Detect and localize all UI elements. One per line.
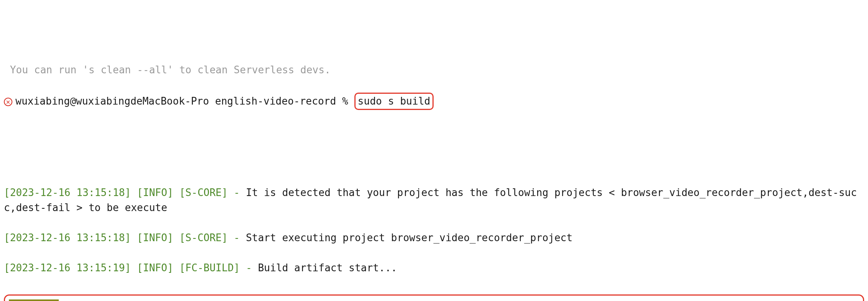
- log-message: Build artifact start...: [258, 262, 397, 274]
- prompt-line: ✕wuxiabing@wuxiabingdeMacBook-Pro englis…: [4, 93, 864, 110]
- log-meta: [2023-12-16 13:15:18] [INFO] [S-CORE] -: [4, 187, 246, 198]
- prompt-user-host: wuxiabing@wuxiabingdeMacBook-Pro: [15, 95, 209, 107]
- close-icon: ✕: [4, 98, 12, 106]
- log-line-3: [2023-12-16 13:15:19] [INFO] [FC-BUILD] …: [4, 260, 864, 276]
- log-line-2: [2023-12-16 13:15:18] [INFO] [S-CORE] - …: [4, 230, 864, 245]
- hint-text: You can run 's clean --all' to clean Ser…: [4, 63, 864, 78]
- warning-box: WARNING: ====================== * Cannot…: [4, 294, 864, 301]
- log-message: Start executing project browser_video_re…: [246, 232, 572, 244]
- prompt-cwd: english-video-record: [215, 95, 336, 107]
- log-meta: [2023-12-16 13:15:19] [INFO] [FC-BUILD] …: [4, 262, 258, 274]
- log-line-1: [2023-12-16 13:15:18] [INFO] [S-CORE] - …: [4, 185, 864, 215]
- warning-label: WARNING:: [9, 299, 59, 301]
- log-meta: [2023-12-16 13:15:18] [INFO] [S-CORE] -: [4, 232, 246, 244]
- command-highlight: sudo s build: [354, 93, 434, 110]
- prompt-sep: %: [336, 95, 354, 107]
